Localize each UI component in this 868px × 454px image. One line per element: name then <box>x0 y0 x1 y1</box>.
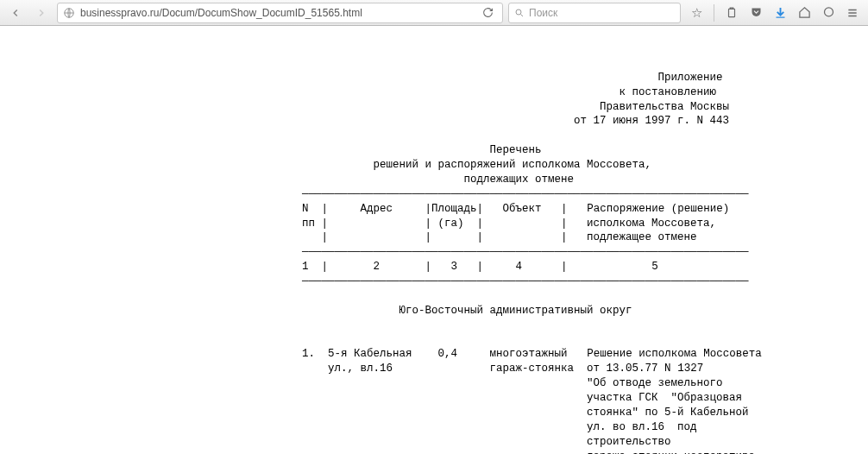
r1-addr2: ул., вл.16 <box>328 363 393 375</box>
clipboard-icon[interactable] <box>725 6 739 20</box>
r1-d5: стоянка" по 5-й Кабельной <box>587 407 749 419</box>
browser-toolbar: businesspravo.ru/Docum/DocumShow_DocumID… <box>0 0 868 26</box>
star-icon[interactable]: ☆ <box>689 6 703 20</box>
th-c5b: исполкома Моссовета, <box>587 218 716 230</box>
r1-d3: "Об отводе земельного <box>587 377 723 389</box>
document-body: Приложение к постановлению Правительства… <box>302 56 868 454</box>
menu-icon[interactable] <box>846 6 859 20</box>
th-c1b: пп <box>302 218 315 230</box>
page-content: Приложение к постановлению Правительства… <box>0 26 868 454</box>
url-text: businesspravo.ru/Docum/DocumShow_DocumID… <box>80 7 362 19</box>
forward-button[interactable] <box>31 3 52 23</box>
home-icon[interactable] <box>797 6 811 20</box>
r1-n: 1. <box>302 348 315 360</box>
th-c1a: N <box>302 203 309 215</box>
tn-c2: 2 <box>374 261 381 273</box>
tn-c1: 1 <box>302 261 309 273</box>
r1-d8: гаража-стоянки кооператива <box>587 451 755 455</box>
th-c5a: Распоряжение (решение) <box>587 203 729 215</box>
title-l1: Перечень <box>490 144 542 156</box>
title-l3: подлежащих отмене <box>464 173 575 186</box>
globe-icon <box>63 7 75 19</box>
th-c3a: Площадь <box>431 203 477 215</box>
svg-point-1 <box>516 9 521 15</box>
back-button[interactable] <box>5 3 26 23</box>
r1-addr1: 5-я Кабельная <box>328 348 412 360</box>
tn-c4: 4 <box>516 261 523 273</box>
r1-area: 0,4 <box>438 348 458 360</box>
appendix-l1: Приложение <box>658 72 723 84</box>
r1-d1: Решение исполкома Моссовета <box>587 348 762 360</box>
r1-obj2: гараж-стоянка <box>490 363 575 375</box>
search-placeholder: Поиск <box>529 7 557 19</box>
url-bar[interactable]: businesspravo.ru/Docum/DocumShow_DocumID… <box>57 3 503 23</box>
search-box[interactable]: Поиск <box>508 3 681 23</box>
th-c4: Объект <box>503 203 542 215</box>
r1-d4: участка ГСК "Образцовая <box>587 392 742 404</box>
appendix-l3: Правительства Москвы <box>600 101 729 113</box>
tn-c5: 5 <box>651 261 658 273</box>
section-heading: Юго-Восточный административный округ <box>399 305 632 317</box>
th-c2: Адрес <box>361 203 393 215</box>
r1-d6: ул. во вл.16 под <box>587 421 697 433</box>
toolbar-icons: ☆ <box>686 4 863 22</box>
appendix-l4: от 17 июня 1997 г. N 443 <box>574 115 729 127</box>
download-icon[interactable] <box>773 6 787 20</box>
chat-icon[interactable] <box>821 6 835 20</box>
appendix-l2: к постановлению <box>620 86 717 98</box>
r1-d7: строительство <box>587 436 671 448</box>
th-c5c: подлежащее отмене <box>587 231 697 243</box>
svg-rect-2 <box>729 9 735 16</box>
pocket-icon[interactable] <box>749 6 763 20</box>
title-l2: решений и распоряжений исполкома Моссове… <box>374 159 652 171</box>
reload-button[interactable] <box>478 7 497 18</box>
search-icon <box>514 8 525 18</box>
r1-obj1: многоэтажный <box>490 348 568 360</box>
th-c3b: (га) <box>438 218 464 230</box>
r1-d2: от 13.05.77 N 1327 <box>587 363 703 375</box>
tn-c3: 3 <box>451 261 458 273</box>
